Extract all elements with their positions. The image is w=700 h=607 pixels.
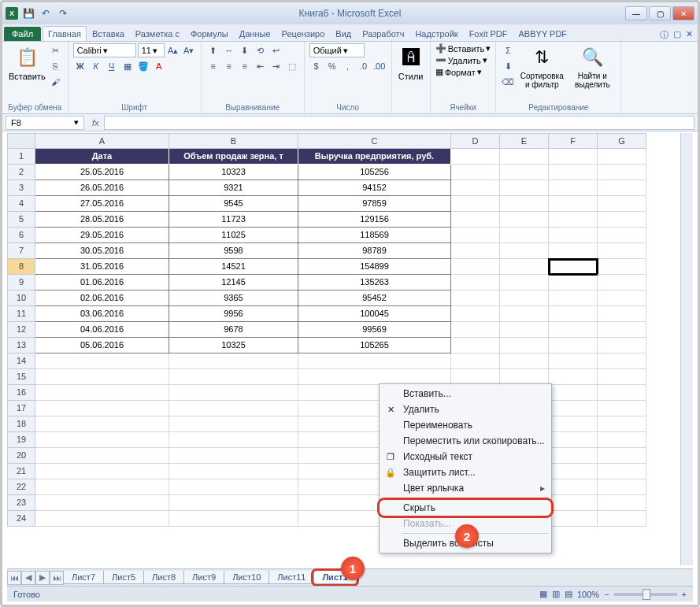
maximize-button[interactable]: ▢ bbox=[649, 6, 671, 20]
paste-button[interactable]: 📋Вставить bbox=[7, 43, 47, 83]
tab-home[interactable]: Главная bbox=[43, 26, 87, 41]
context-menu-item[interactable]: ❐Исходный текст bbox=[380, 449, 551, 465]
col-header[interactable]: G bbox=[598, 133, 646, 149]
cell[interactable] bbox=[549, 291, 598, 306]
cell[interactable]: 100045 bbox=[298, 306, 451, 322]
tab-view[interactable]: Вид bbox=[330, 26, 357, 41]
align-bot-icon[interactable]: ⬇ bbox=[238, 43, 252, 57]
number-format-select[interactable]: Общий▾ bbox=[309, 43, 365, 57]
formula-input[interactable] bbox=[104, 116, 694, 130]
tab-addins[interactable]: Надстройк bbox=[409, 26, 463, 41]
table-header[interactable]: Дата bbox=[35, 149, 169, 165]
row-header[interactable]: 12 bbox=[7, 322, 35, 338]
format-cells-button[interactable]: ▦Формат▾ bbox=[435, 67, 482, 77]
nav-next-icon[interactable]: ▶ bbox=[35, 571, 50, 585]
cell[interactable]: 10325 bbox=[169, 338, 298, 353]
percent-icon[interactable]: % bbox=[325, 59, 339, 73]
row-header[interactable]: 4 bbox=[7, 196, 35, 212]
cell[interactable]: 05.06.2016 bbox=[35, 338, 169, 353]
nav-last-icon[interactable]: ⏭ bbox=[50, 571, 64, 585]
col-header[interactable]: D bbox=[451, 133, 500, 149]
name-box[interactable]: F8▾ bbox=[6, 116, 84, 130]
cell[interactable] bbox=[549, 243, 598, 259]
row-header[interactable]: 8 bbox=[7, 259, 35, 275]
col-header[interactable]: B bbox=[169, 133, 298, 149]
cell[interactable]: 129156 bbox=[298, 212, 451, 228]
row-header[interactable]: 11 bbox=[7, 306, 35, 322]
cell[interactable]: 9598 bbox=[169, 243, 298, 259]
cut-icon[interactable]: ✂ bbox=[49, 43, 63, 57]
tab-developer[interactable]: Разработч bbox=[357, 26, 409, 41]
row-header[interactable]: 13 bbox=[7, 338, 35, 353]
nav-first-icon[interactable]: ⏮ bbox=[7, 571, 21, 585]
sheet-tab[interactable]: Лист9 bbox=[183, 571, 224, 584]
cell[interactable]: 9956 bbox=[169, 306, 298, 322]
context-menu-item[interactable]: 🔒Защитить лист... bbox=[380, 465, 551, 480]
sheet-tab[interactable]: Лист7 bbox=[63, 571, 104, 584]
cell[interactable]: 105265 bbox=[298, 338, 451, 353]
align-mid-icon[interactable]: ↔ bbox=[222, 43, 236, 57]
tab-review[interactable]: Рецензиро bbox=[276, 26, 331, 41]
row-header[interactable]: 2 bbox=[7, 165, 35, 180]
border-icon[interactable]: ▦ bbox=[120, 59, 135, 73]
view-break-icon[interactable]: ▤ bbox=[565, 589, 572, 599]
cell[interactable]: 9321 bbox=[169, 180, 298, 196]
cell[interactable] bbox=[549, 322, 598, 338]
cell[interactable]: 154899 bbox=[298, 259, 451, 275]
cell[interactable]: 95452 bbox=[298, 291, 451, 306]
comma-icon[interactable]: , bbox=[341, 59, 355, 73]
cell[interactable]: 135263 bbox=[298, 275, 451, 291]
cell[interactable]: 12145 bbox=[169, 275, 298, 291]
indent-inc-icon[interactable]: ⇥ bbox=[269, 59, 283, 73]
format-painter-icon[interactable]: 🖌 bbox=[49, 75, 63, 89]
align-right-icon[interactable]: ≡ bbox=[238, 59, 252, 73]
zoom-in-icon[interactable]: + bbox=[682, 590, 687, 599]
row-header[interactable]: 9 bbox=[7, 275, 35, 291]
context-menu-item[interactable]: ✕Удалить bbox=[380, 402, 551, 417]
wrap-icon[interactable]: ↩ bbox=[269, 43, 283, 57]
ribbon-min-icon[interactable]: ▢ bbox=[673, 29, 681, 41]
merge-icon[interactable]: ⬚ bbox=[285, 59, 299, 73]
context-menu-item[interactable]: Переименовать bbox=[380, 417, 551, 433]
autosum-icon[interactable]: Σ bbox=[501, 43, 515, 57]
redo-icon[interactable]: ↷ bbox=[56, 6, 70, 20]
row-header[interactable]: 6 bbox=[7, 228, 35, 243]
save-icon[interactable]: 💾 bbox=[21, 6, 35, 20]
cell[interactable]: 118569 bbox=[298, 228, 451, 243]
active-cell[interactable] bbox=[549, 259, 598, 275]
row-header[interactable]: 3 bbox=[7, 180, 35, 196]
cell[interactable]: 9678 bbox=[169, 322, 298, 338]
currency-icon[interactable]: $ bbox=[309, 59, 324, 73]
insert-cells-button[interactable]: ➕Вставить▾ bbox=[435, 43, 491, 54]
view-layout-icon[interactable]: ▥ bbox=[552, 589, 560, 599]
row-header[interactable]: 1 bbox=[7, 149, 35, 165]
cell[interactable] bbox=[549, 212, 598, 228]
cell[interactable]: 29.05.2016 bbox=[35, 228, 169, 243]
zoom-out-icon[interactable]: − bbox=[604, 590, 609, 599]
row-header[interactable]: 16 bbox=[7, 385, 35, 401]
shrink-font-icon[interactable]: A▾ bbox=[182, 43, 196, 57]
cell[interactable] bbox=[549, 196, 598, 212]
tab-abbyy[interactable]: ABBYY PDF bbox=[513, 26, 573, 41]
row-header[interactable]: 18 bbox=[7, 416, 35, 432]
sheet-tab[interactable]: Лист10 bbox=[224, 571, 269, 584]
row-header[interactable]: 24 bbox=[7, 511, 35, 527]
minimize-button[interactable]: — bbox=[625, 6, 647, 20]
row-header[interactable]: 22 bbox=[7, 479, 35, 495]
cell[interactable] bbox=[549, 338, 598, 353]
align-center-icon[interactable]: ≡ bbox=[222, 59, 236, 73]
indent-dec-icon[interactable]: ⇤ bbox=[254, 59, 268, 73]
row-header[interactable]: 15 bbox=[7, 369, 35, 385]
cell[interactable]: 10323 bbox=[169, 165, 298, 180]
cell[interactable]: 02.06.2016 bbox=[35, 291, 169, 306]
select-all-corner[interactable] bbox=[7, 133, 35, 149]
underline-button[interactable]: Ч bbox=[105, 59, 119, 73]
italic-button[interactable]: К bbox=[89, 59, 103, 73]
cell[interactable]: 03.06.2016 bbox=[35, 306, 169, 322]
nav-prev-icon[interactable]: ◀ bbox=[21, 571, 35, 585]
sheet-tab[interactable]: Лист8 bbox=[143, 571, 184, 584]
tab-data[interactable]: Данные bbox=[234, 26, 276, 41]
close-button[interactable]: ✕ bbox=[672, 6, 694, 20]
row-header[interactable]: 23 bbox=[7, 495, 35, 511]
grow-font-icon[interactable]: A▴ bbox=[166, 43, 180, 57]
